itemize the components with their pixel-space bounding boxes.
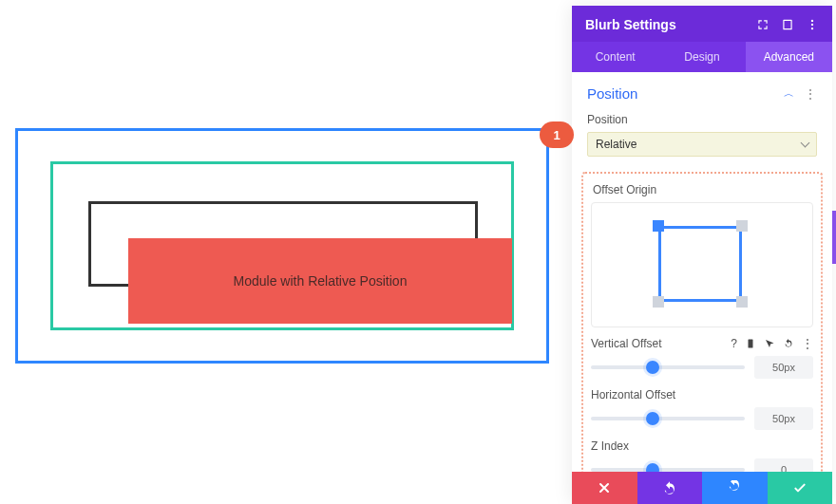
vertical-offset-tools: ? ⋮ [731,337,813,350]
tab-advanced[interactable]: Advanced [746,42,832,72]
section-title: Position [587,85,637,102]
offset-origin-frame [658,226,742,302]
preview-module[interactable]: Module with Relative Position [128,238,512,324]
offset-origin-label: Offset Origin [593,183,813,196]
expand-icon[interactable] [756,18,770,31]
position-label: Position [587,113,817,126]
step-number: 1 [553,128,560,142]
panel-tabs: Content Design Advanced [572,42,832,72]
svg-rect-3 [749,340,753,348]
offset-origin-control[interactable] [591,202,813,327]
origin-bottom-left[interactable] [653,296,664,308]
tablet-icon[interactable] [781,18,794,31]
reset-icon[interactable] [783,338,794,349]
slider-thumb[interactable] [646,463,659,472]
svg-point-0 [811,20,813,22]
vertical-offset-row: Vertical Offset ? ⋮ 50px [591,337,813,379]
hover-icon[interactable] [764,338,775,349]
z-index-label: Z Index [591,439,629,453]
position-select[interactable]: Relative [587,132,817,157]
position-select-value: Relative [596,138,636,151]
settings-panel: Blurb Settings Content Design Advanced P… [572,6,832,504]
panel-header-actions [756,18,819,31]
panel-edge-indicator [832,211,836,264]
vertical-offset-value[interactable]: 50px [754,356,813,379]
z-index-row: Z Index 0 [591,439,813,472]
section-more-icon[interactable]: ⋮ [804,87,817,101]
panel-header: Blurb Settings [572,6,832,42]
position-field: Position Relative [572,109,832,166]
redo-button[interactable] [702,472,768,504]
horizontal-offset-slider[interactable] [591,417,745,420]
svg-point-1 [811,24,813,26]
slider-thumb[interactable] [646,412,659,425]
section-header[interactable]: Position ︿ ⋮ [572,72,832,109]
help-icon[interactable]: ? [731,337,737,350]
device-icon[interactable] [745,338,756,349]
preview-canvas: Module with Relative Position [15,128,549,364]
undo-icon [662,480,677,495]
horizontal-offset-value[interactable]: 50px [754,407,813,430]
section-actions: ︿ ⋮ [784,86,817,101]
collapse-icon[interactable]: ︿ [784,86,794,101]
more-icon[interactable] [806,18,819,31]
origin-top-left[interactable] [653,220,664,232]
tab-content[interactable]: Content [572,42,658,72]
panel-footer [572,472,832,504]
horizontal-offset-label: Horizontal Offset [591,388,675,401]
z-index-slider[interactable] [591,468,745,472]
panel-title: Blurb Settings [585,17,676,32]
undo-button[interactable] [637,472,703,504]
svg-point-2 [811,28,813,29]
redo-icon [727,480,742,495]
slider-thumb[interactable] [646,361,659,374]
horizontal-offset-row: Horizontal Offset 50px [591,388,813,430]
origin-top-right[interactable] [736,220,748,232]
panel-body: Position ︿ ⋮ Position Relative Offset Or… [572,72,832,472]
check-icon [792,480,808,495]
field-more-icon[interactable]: ⋮ [802,337,813,350]
origin-bottom-right[interactable] [736,296,748,308]
cancel-button[interactable] [572,472,637,504]
save-button[interactable] [768,472,833,504]
step-badge: 1 [540,121,574,148]
vertical-offset-slider[interactable] [591,365,745,369]
z-index-value[interactable]: 0 [754,458,813,472]
preview-module-label: Module with Relative Position [234,273,408,289]
vertical-offset-label: Vertical Offset [591,337,661,350]
tab-design[interactable]: Design [658,42,745,72]
close-icon [597,480,612,495]
position-highlight-group: Offset Origin Vertical Offset ? ⋮ [581,172,823,472]
